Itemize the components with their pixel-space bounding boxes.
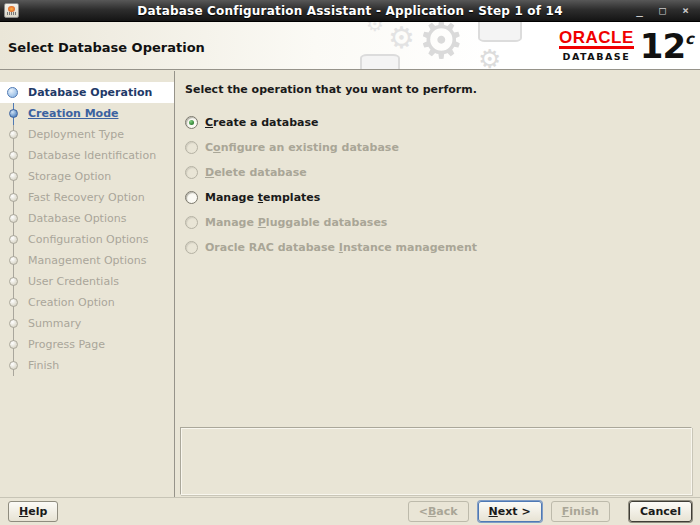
radio-icon — [185, 216, 198, 229]
radio-option-configure-an-existing-database: Configure an existing database — [185, 135, 700, 160]
version-number: 12 — [640, 29, 685, 63]
cancel-button[interactable]: Cancel — [629, 501, 692, 522]
radio-option-delete-database: Delete database — [185, 160, 700, 185]
step-label: Management Options — [28, 254, 146, 267]
gear-icon: ⚙ — [366, 22, 384, 36]
version-mark: 12 c — [640, 29, 694, 63]
navigation-buttons: < BackNext >FinishCancel — [408, 501, 692, 522]
step-node-icon — [9, 256, 18, 265]
back-button: < Back — [408, 501, 469, 522]
help-button[interactable]: Help — [8, 501, 58, 522]
oracle-logo: ORACLE DATABASE 12 c — [532, 22, 700, 69]
step-sidebar: Database OperationCreation ModeDeploymen… — [0, 71, 175, 497]
step-node-icon — [9, 340, 18, 349]
main-panel: Select the operation that you want to pe… — [175, 71, 700, 497]
step-label: Storage Option — [28, 170, 111, 183]
window-title: Database Configuration Assistant - Appli… — [0, 4, 700, 18]
step-node-icon — [9, 298, 18, 307]
radio-option-create-a-database[interactable]: Create a database — [185, 110, 700, 135]
step-label: Configuration Options — [28, 233, 149, 246]
radio-icon[interactable] — [185, 191, 198, 204]
step-node-icon — [9, 319, 18, 328]
step-node-icon — [9, 214, 18, 223]
gears-artwork: ⚙ ⚙ ⚙ ⚙ — [360, 22, 530, 70]
message-box — [180, 427, 692, 495]
step-label: User Credentials — [28, 275, 119, 288]
sidebar-step-fast-recovery-option: Fast Recovery Option — [0, 187, 174, 208]
oracle-brand-text: ORACLE — [559, 30, 634, 45]
step-label: Database Operation — [28, 86, 152, 99]
database-cylinder-icon — [360, 54, 400, 70]
sidebar-step-storage-option: Storage Option — [0, 166, 174, 187]
radio-icon — [185, 141, 198, 154]
radio-option-label: Delete database — [205, 166, 307, 179]
step-node-icon — [9, 193, 18, 202]
radio-option-label: Oracle RAC database Instance management — [205, 241, 477, 254]
step-node-icon — [9, 235, 18, 244]
sidebar-step-deployment-type: Deployment Type — [0, 124, 174, 145]
sidebar-step-summary: Summary — [0, 313, 174, 334]
close-icon[interactable]: × — [679, 5, 692, 16]
step-label: Creation Mode — [28, 107, 118, 120]
page-title: Select Database Operation — [8, 40, 205, 55]
sidebar-step-user-credentials: User Credentials — [0, 271, 174, 292]
radio-option-label: Manage Pluggable databases — [205, 216, 387, 229]
next-button[interactable]: Next > — [478, 501, 542, 522]
button-bar: Help < BackNext >FinishCancel — [0, 497, 700, 525]
sidebar-step-configuration-options: Configuration Options — [0, 229, 174, 250]
step-label: Fast Recovery Option — [28, 191, 145, 204]
window-controls: _ □ × — [633, 5, 700, 16]
titlebar: Database Configuration Assistant - Appli… — [0, 0, 700, 22]
radio-option-manage-pluggable-databases: Manage Pluggable databases — [185, 210, 700, 235]
database-cylinder-icon — [478, 22, 522, 42]
step-node-icon — [9, 361, 18, 370]
version-suffix: c — [685, 30, 694, 48]
radio-option-label: Manage templates — [205, 191, 320, 204]
wizard-header: Select Database Operation ⚙ ⚙ ⚙ ⚙ ORACLE… — [0, 22, 700, 70]
step-node-icon — [9, 277, 18, 286]
finish-button: Finish — [551, 501, 610, 522]
radio-selected-icon[interactable] — [185, 116, 198, 129]
wizard-body: Database OperationCreation ModeDeploymen… — [0, 71, 700, 497]
gear-icon: ⚙ — [388, 22, 415, 55]
instruction-text: Select the operation that you want to pe… — [185, 83, 700, 96]
gear-icon: ⚙ — [418, 22, 465, 70]
sidebar-step-creation-mode[interactable]: Creation Mode — [0, 103, 174, 124]
step-label: Summary — [28, 317, 81, 330]
oracle-wordmark: ORACLE DATABASE — [559, 30, 634, 62]
step-node-icon — [7, 87, 18, 98]
sidebar-step-progress-page: Progress Page — [0, 334, 174, 355]
sidebar-step-database-identification: Database Identification — [0, 145, 174, 166]
sidebar-step-creation-option: Creation Option — [0, 292, 174, 313]
sidebar-step-management-options: Management Options — [0, 250, 174, 271]
operation-options: Create a databaseConfigure an existing d… — [185, 110, 700, 260]
radio-option-label: Create a database — [205, 116, 318, 129]
step-label: Deployment Type — [28, 128, 124, 141]
step-node-icon — [9, 151, 18, 160]
step-list: Database OperationCreation ModeDeploymen… — [0, 82, 174, 376]
sidebar-step-finish: Finish — [0, 355, 174, 376]
step-node-icon — [9, 109, 18, 118]
gear-icon: ⚙ — [478, 44, 501, 70]
oracle-product-text: DATABASE — [559, 51, 634, 62]
step-label: Database Options — [28, 212, 126, 225]
step-label: Creation Option — [28, 296, 115, 309]
step-node-icon — [9, 130, 18, 139]
step-label: Finish — [28, 359, 59, 372]
step-node-icon — [9, 172, 18, 181]
sidebar-step-database-options: Database Options — [0, 208, 174, 229]
radio-option-manage-templates[interactable]: Manage templates — [185, 185, 700, 210]
radio-icon — [185, 241, 198, 254]
step-label: Database Identification — [28, 149, 156, 162]
radio-dot — [189, 120, 194, 125]
sidebar-step-database-operation[interactable]: Database Operation — [0, 82, 174, 103]
step-label: Progress Page — [28, 338, 105, 351]
minimize-icon[interactable]: _ — [633, 5, 646, 16]
maximize-icon[interactable]: □ — [656, 5, 669, 16]
radio-option-oracle-rac-database-instance-management: Oracle RAC database Instance management — [185, 235, 700, 260]
radio-option-label: Configure an existing database — [205, 141, 399, 154]
radio-icon — [185, 166, 198, 179]
